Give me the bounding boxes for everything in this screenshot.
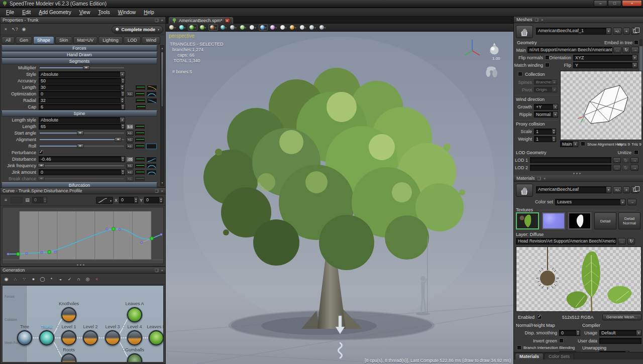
float-icon[interactable]: ❑ (535, 18, 539, 22)
lod2-export-icon[interactable]: → (630, 165, 638, 171)
style-dropdown[interactable]: Absolute▼ (39, 71, 125, 77)
node-level-2[interactable] (83, 330, 98, 345)
properties-header[interactable]: Properties - Trunk ❑× (1, 17, 165, 24)
minimize-button[interactable]: – (594, 0, 607, 7)
menu-window[interactable]: Window (114, 9, 140, 16)
storyboard-icon[interactable]: ▾ (318, 24, 327, 31)
diffuse-thumbnail[interactable] (516, 212, 539, 229)
jink-amount-control[interactable]: 0▲ ▼ (39, 169, 125, 175)
layers-icon[interactable]: ▤ (24, 197, 31, 203)
texture-path-field[interactable]: Head Revision/Art Support/American Beech… (516, 238, 616, 245)
menu-view[interactable]: View (75, 9, 94, 16)
bone-tool-icon[interactable]: ▾ (249, 24, 257, 31)
spinner-icon[interactable]: ▲ ▼ (121, 78, 125, 83)
aux-value-field[interactable]: 0▲ ▼ (32, 197, 47, 203)
float-icon[interactable]: ❑ (538, 176, 541, 181)
branch-tool-icon[interactable]: ▾ (208, 24, 218, 31)
tab-shape[interactable]: Shape (33, 36, 54, 44)
paint-sphere-icon[interactable]: ● (30, 276, 37, 283)
menu-tools[interactable]: Tools (94, 9, 114, 16)
alignment-control[interactable]: ◂▸ (39, 137, 125, 143)
lod1-export-icon[interactable]: → (630, 157, 638, 163)
optimization-curve-chip[interactable] (146, 91, 157, 97)
lod1-field[interactable] (530, 157, 611, 163)
length-style-dropdown[interactable]: Absolute▼ (39, 117, 125, 123)
jink-frequency-curve-chip[interactable] (135, 163, 145, 169)
document-tab[interactable]: AmericanBeech.spm* × (169, 17, 233, 24)
radial-curve-chip[interactable] (147, 98, 157, 103)
mesh-preview[interactable] (560, 71, 642, 140)
proxy-weight-field[interactable]: 1▲ ▼ (534, 136, 556, 142)
alignment-curve-chip[interactable] (135, 137, 145, 143)
node-level-1[interactable] (61, 330, 76, 345)
scroll-down-icon[interactable]: ▼ (161, 180, 164, 185)
color-set-apply-icon[interactable]: → (627, 199, 636, 205)
texture-reload-icon[interactable]: ↻ (627, 238, 635, 245)
break-chance-curve-chip[interactable] (135, 176, 145, 182)
node-gumballs[interactable] (127, 353, 142, 362)
reload-icon[interactable]: ↻ (622, 47, 630, 53)
curve-y-field[interactable]: 0▲ ▼ (144, 197, 163, 203)
complete-mode-button[interactable]: Complete mode ▼ (112, 26, 163, 34)
spinner-icon[interactable]: ▲ ▼ (120, 85, 124, 90)
eye-icon[interactable]: ◉ (21, 26, 27, 33)
multiplier-slider-handle[interactable]: ◂▸ (83, 65, 90, 70)
mushroom-tool-icon[interactable]: ▾ (269, 24, 278, 31)
close-tab-icon[interactable]: × (225, 18, 230, 23)
jink-frequency-control[interactable]: ◂▸ (39, 163, 125, 169)
section-header-hand-drawn[interactable]: Hand Drawn (2, 52, 157, 58)
material-copy-button[interactable] (631, 186, 639, 193)
normal-thumbnail[interactable] (542, 212, 565, 229)
preset-button[interactable] (11, 197, 23, 203)
spinner-icon[interactable]: ▲ ▼ (121, 157, 125, 162)
tab-all[interactable]: All (2, 36, 15, 44)
disturbance-field[interactable]: -0.46▲ ▼ (39, 156, 125, 162)
break-chance-slider[interactable] (40, 178, 124, 179)
alpha-thumbnail[interactable] (568, 212, 591, 229)
mesh-selector[interactable]: AmericanBeechLeaf_1▼ (536, 28, 611, 35)
section-header-forces[interactable]: Forces (2, 45, 157, 51)
eye-icon[interactable]: ◒ (57, 276, 64, 283)
cap-field[interactable]: 6▲ ▼ (39, 104, 125, 110)
check-icon[interactable]: ✓ (66, 276, 73, 283)
cap-curve-chip[interactable] (136, 104, 146, 110)
menu-help[interactable]: Help (140, 9, 158, 16)
preview-lod-dropdown[interactable]: Main▼ (560, 141, 578, 147)
perturbance-checkbox[interactable] (39, 150, 43, 155)
start-angle-plusminus-button[interactable]: +/- (126, 131, 134, 136)
splitter-handle[interactable] (77, 185, 78, 186)
lasso-icon[interactable]: ◯ (39, 276, 46, 283)
light-widget[interactable] (490, 43, 499, 55)
optimization-plusminus-button[interactable]: +/- (126, 91, 134, 97)
roll-control[interactable]: ◂▸ (39, 143, 125, 149)
bib-checkbox[interactable] (517, 345, 521, 350)
length-curve-chip[interactable] (147, 85, 157, 90)
embed-checkbox[interactable] (634, 40, 638, 45)
break-chance-plusminus-button[interactable]: +/- (126, 176, 134, 182)
scroll-thumb[interactable] (161, 52, 164, 107)
roll-plusminus-button[interactable]: +/- (126, 144, 134, 149)
meshes-header[interactable]: Meshes ❑× (514, 17, 643, 23)
perturbance-control[interactable] (39, 150, 125, 156)
radial-curve-chip[interactable] (135, 98, 146, 103)
node-level-4[interactable] (127, 330, 142, 345)
alignment-slider-handle[interactable]: ◂▸ (115, 137, 122, 142)
spinner-icon[interactable]: ▲ ▼ (121, 104, 125, 109)
close-icon[interactable]: × (161, 268, 163, 273)
alignment-help-checkbox[interactable] (581, 142, 585, 146)
menu-edit[interactable]: Edit (18, 9, 35, 16)
tab-lighting[interactable]: Lighting (98, 36, 123, 44)
node-knotholes[interactable] (61, 307, 76, 322)
proxy-scale-field[interactable]: 1▲ ▼ (534, 129, 556, 135)
length-control[interactable]: 30▲ ▼ (39, 84, 125, 90)
texture-preview[interactable] (516, 247, 641, 312)
export-icon[interactable]: → (631, 47, 639, 53)
scroll-up-icon[interactable]: ▲ (161, 46, 164, 51)
close-icon[interactable]: × (161, 18, 163, 23)
camera-focus-icon[interactable]: ◉ (3, 276, 10, 283)
ripple-dropdown[interactable]: Normal▼ (534, 111, 558, 117)
length-curve-chip[interactable] (135, 124, 145, 130)
menu-add-geometry[interactable]: Add Geometry (35, 9, 75, 16)
close-icon[interactable]: × (544, 176, 546, 181)
leaf-tool-icon[interactable]: ▾ (188, 24, 197, 31)
